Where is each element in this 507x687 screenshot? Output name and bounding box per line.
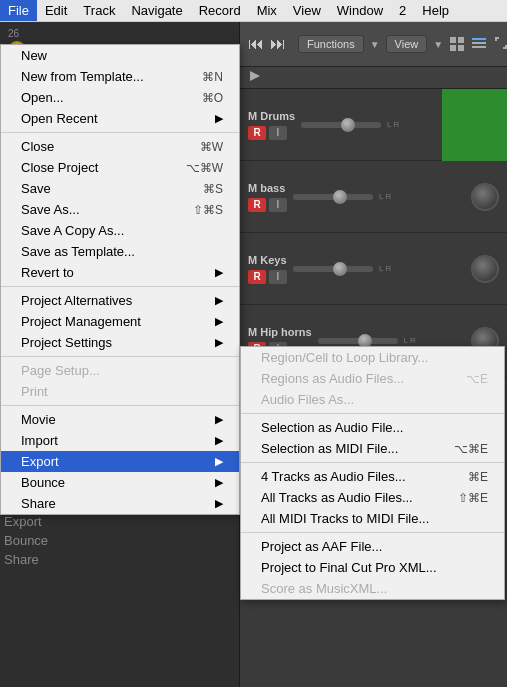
- track-info-drums: M Drums R I: [248, 110, 295, 140]
- menu-bar: File Edit Track Navigate Record Mix View…: [0, 0, 507, 22]
- menu-file-new[interactable]: New: [1, 45, 239, 66]
- svg-rect-4: [472, 38, 486, 40]
- menu-file-save-as-template[interactable]: Save as Template...: [1, 241, 239, 262]
- menu-item-view[interactable]: View: [285, 0, 329, 21]
- export-sub-4-tracks-audio[interactable]: 4 Tracks as Audio Files... ⌘E: [241, 466, 504, 487]
- export-separator-1: [241, 413, 504, 414]
- menu-file-open-recent-label: Open Recent: [21, 111, 98, 126]
- menu-item-track[interactable]: Track: [75, 0, 123, 21]
- fader-thumb-keys[interactable]: [333, 262, 347, 276]
- lr-labels-horns: LR: [404, 336, 416, 345]
- menu-file-close-shortcut: ⌘W: [200, 140, 223, 154]
- menu-item-window[interactable]: Window: [329, 0, 391, 21]
- menu-file-save-as[interactable]: Save As... ⇧⌘S: [1, 199, 239, 220]
- record-btn-keys[interactable]: R: [248, 270, 266, 284]
- export-sub-regions-audio[interactable]: Regions as Audio Files... ⌥E: [241, 368, 504, 389]
- export-sub-selection-midi[interactable]: Selection as MIDI File... ⌥⌘E: [241, 438, 504, 459]
- functions-arrow-icon: ▼: [370, 39, 380, 50]
- fader-drums[interactable]: [301, 122, 381, 128]
- project-management-arrow-icon: ▶: [215, 315, 223, 328]
- svg-rect-6: [472, 46, 486, 48]
- fader-thumb-bass[interactable]: [333, 190, 347, 204]
- menu-file-print[interactable]: Print: [1, 381, 239, 402]
- grid-icon[interactable]: [449, 36, 465, 52]
- fader-thumb-drums[interactable]: [341, 118, 355, 132]
- export-sub-project-aaf[interactable]: Project as AAF File...: [241, 536, 504, 557]
- second-toolbar: [240, 67, 507, 89]
- track-fader-area-horns: LR: [318, 336, 465, 345]
- export-sub-score-musicxml[interactable]: Score as MusicXML...: [241, 578, 504, 599]
- functions-button[interactable]: Functions: [298, 35, 364, 53]
- export-label[interactable]: Export: [4, 514, 48, 529]
- menu-file-export[interactable]: Export ▶: [1, 451, 239, 472]
- import-arrow-icon: ▶: [215, 434, 223, 447]
- menu-file-import[interactable]: Import ▶: [1, 430, 239, 451]
- menu-file-project-settings-label: Project Settings: [21, 335, 112, 350]
- fader-keys[interactable]: [293, 266, 373, 272]
- input-btn-drums[interactable]: I: [269, 126, 287, 140]
- menu-item-navigate[interactable]: Navigate: [123, 0, 190, 21]
- lr-labels-drums: LR: [387, 120, 399, 129]
- menu-file-save-copy-as-label: Save A Copy As...: [21, 223, 124, 238]
- export-sub-all-tracks-audio[interactable]: All Tracks as Audio Files... ⇧⌘E: [241, 487, 504, 508]
- menu-item-edit[interactable]: Edit: [37, 0, 75, 21]
- export-sub-project-fcp-xml[interactable]: Project to Final Cut Pro XML...: [241, 557, 504, 578]
- menu-file-new-label: New: [21, 48, 47, 63]
- menu-item-help[interactable]: Help: [414, 0, 457, 21]
- fastforward-button[interactable]: ⏭: [270, 35, 286, 53]
- menu-file-save-as-template-label: Save as Template...: [21, 244, 135, 259]
- input-btn-bass[interactable]: I: [269, 198, 287, 212]
- export-sub-region-loop-label: Region/Cell to Loop Library...: [261, 350, 428, 365]
- menu-file-bounce-label: Bounce: [21, 475, 65, 490]
- track-name-horns: M Hip horns: [248, 326, 312, 338]
- menu-file-open-recent[interactable]: Open Recent ▶: [1, 108, 239, 129]
- menu-file-project-management[interactable]: Project Management ▶: [1, 311, 239, 332]
- bounce-label[interactable]: Bounce: [4, 533, 48, 548]
- view-button[interactable]: View: [386, 35, 428, 53]
- track-row-bass: M bass R I LR: [240, 161, 507, 233]
- menu-file-close-project[interactable]: Close Project ⌥⌘W: [1, 157, 239, 178]
- input-btn-keys[interactable]: I: [269, 270, 287, 284]
- fader-horns[interactable]: [318, 338, 398, 344]
- menu-file-save-copy-as[interactable]: Save A Copy As...: [1, 220, 239, 241]
- menu-file-save-label: Save: [21, 181, 51, 196]
- menu-file-share[interactable]: Share ▶: [1, 493, 239, 514]
- rewind-button[interactable]: ⏮: [248, 35, 264, 53]
- export-sub-audio-files-as[interactable]: Audio Files As...: [241, 389, 504, 410]
- list-icon[interactable]: [471, 35, 487, 54]
- menu-file-new-from-template[interactable]: New from Template... ⌘N: [1, 66, 239, 87]
- track-info-keys: M Keys R I: [248, 254, 287, 284]
- menu-file-project-alternatives-label: Project Alternatives: [21, 293, 132, 308]
- export-sub-region-loop[interactable]: Region/Cell to Loop Library...: [241, 347, 504, 368]
- fader-bass[interactable]: [293, 194, 373, 200]
- expand-track-icon[interactable]: [248, 69, 262, 86]
- menu-file-page-setup[interactable]: Page Setup...: [1, 360, 239, 381]
- record-btn-drums[interactable]: R: [248, 126, 266, 140]
- menu-file-open[interactable]: Open... ⌘O: [1, 87, 239, 108]
- expand-icon[interactable]: [493, 35, 507, 54]
- knob-bass[interactable]: [471, 183, 499, 211]
- menu-file-close[interactable]: Close ⌘W: [1, 136, 239, 157]
- share-label[interactable]: Share: [4, 552, 48, 567]
- menu-file-revert-to[interactable]: Revert to ▶: [1, 262, 239, 283]
- menu-file-print-label: Print: [21, 384, 48, 399]
- menu-item-file[interactable]: File: [0, 0, 37, 21]
- knob-keys[interactable]: [471, 255, 499, 283]
- menu-file-bounce[interactable]: Bounce ▶: [1, 472, 239, 493]
- menu-file-project-settings[interactable]: Project Settings ▶: [1, 332, 239, 353]
- track-row-drums: M Drums R I LR: [240, 89, 507, 161]
- export-sub-selection-audio[interactable]: Selection as Audio File...: [241, 417, 504, 438]
- bounce-arrow-icon: ▶: [215, 476, 223, 489]
- menu-item-record[interactable]: Record: [191, 0, 249, 21]
- menu-item-2[interactable]: 2: [391, 0, 414, 21]
- menu-file-movie[interactable]: Movie ▶: [1, 409, 239, 430]
- track-name-drums: M Drums: [248, 110, 295, 122]
- daw-toolbar: ⏮ ⏭ Functions ▼ View ▼ 33: [240, 22, 507, 67]
- export-sub-all-midi-tracks[interactable]: All MIDI Tracks to MIDI File...: [241, 508, 504, 529]
- svg-rect-3: [458, 45, 464, 51]
- menu-file-save[interactable]: Save ⌘S: [1, 178, 239, 199]
- menu-item-mix[interactable]: Mix: [249, 0, 285, 21]
- menu-file-project-alternatives[interactable]: Project Alternatives ▶: [1, 290, 239, 311]
- record-btn-bass[interactable]: R: [248, 198, 266, 212]
- track-ri-bass: R I: [248, 198, 287, 212]
